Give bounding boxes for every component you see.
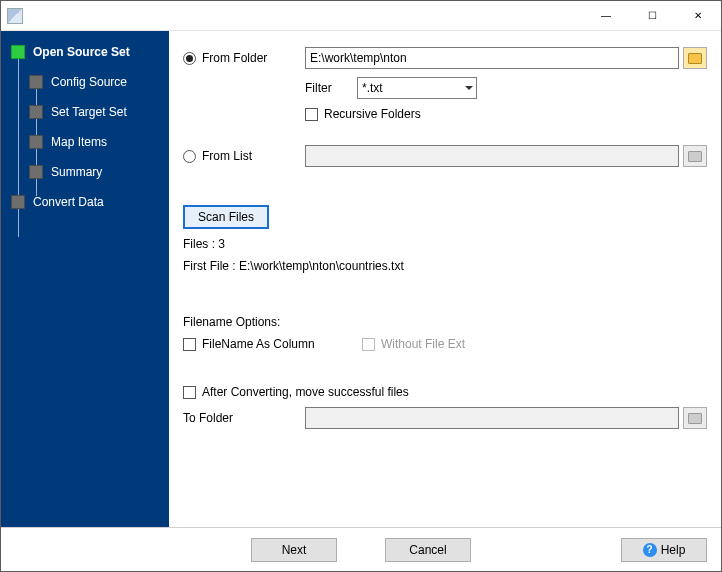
cancel-button[interactable]: Cancel <box>385 538 471 562</box>
filter-value: *.txt <box>362 81 383 95</box>
footer: Next Cancel ? Help <box>1 527 721 571</box>
chevron-down-icon <box>465 86 473 90</box>
scan-files-button[interactable]: Scan Files <box>183 205 269 229</box>
after-converting-checkbox[interactable] <box>183 386 196 399</box>
file-icon <box>688 151 702 162</box>
titlebar: — ☐ ✕ <box>1 1 721 31</box>
recursive-folders-label: Recursive Folders <box>324 107 421 121</box>
sidebar-item-label: Open Source Set <box>33 45 130 59</box>
from-list-label: From List <box>202 149 252 163</box>
recursive-folders-checkbox[interactable] <box>305 108 318 121</box>
folder-icon <box>688 413 702 424</box>
sidebar-item-open-source-set[interactable]: Open Source Set <box>1 37 169 67</box>
close-button[interactable]: ✕ <box>675 1 721 31</box>
from-list-radio[interactable] <box>183 150 196 163</box>
filter-label: Filter <box>305 81 357 95</box>
sidebar-item-label: Set Target Set <box>51 105 127 119</box>
minimize-button[interactable]: — <box>583 1 629 31</box>
to-folder-label: To Folder <box>183 411 305 425</box>
filename-as-column-label: FileName As Column <box>202 337 362 351</box>
sidebar-item-label: Summary <box>51 165 102 179</box>
sidebar-item-config-source[interactable]: Config Source <box>1 67 169 97</box>
from-folder-radio[interactable] <box>183 52 196 65</box>
sidebar-item-label: Config Source <box>51 75 127 89</box>
step-marker-icon <box>29 75 43 89</box>
app-window: — ☐ ✕ Open Source Set Config Source Set … <box>0 0 722 572</box>
maximize-button[interactable]: ☐ <box>629 1 675 31</box>
from-list-browse-button <box>683 145 707 167</box>
files-count-label: Files : 3 <box>183 237 225 251</box>
main-panel: From Folder Filter *.txt Recursive Folde… <box>169 31 721 527</box>
step-marker-icon <box>29 135 43 149</box>
to-folder-browse-button <box>683 407 707 429</box>
sidebar-item-set-target-set[interactable]: Set Target Set <box>1 97 169 127</box>
from-folder-input[interactable] <box>305 47 679 69</box>
next-button[interactable]: Next <box>251 538 337 562</box>
step-marker-icon <box>29 165 43 179</box>
folder-icon <box>688 53 702 64</box>
from-list-input <box>305 145 679 167</box>
help-button[interactable]: ? Help <box>621 538 707 562</box>
without-file-ext-label: Without File Ext <box>381 337 465 351</box>
wizard-sidebar: Open Source Set Config Source Set Target… <box>1 31 169 527</box>
after-converting-label: After Converting, move successful files <box>202 385 409 399</box>
first-file-label: First File : E:\work\temp\nton\countries… <box>183 259 404 273</box>
help-label: Help <box>661 543 686 557</box>
step-marker-icon <box>11 45 25 59</box>
sidebar-item-convert-data[interactable]: Convert Data <box>1 187 169 217</box>
help-icon: ? <box>643 543 657 557</box>
filename-as-column-checkbox[interactable] <box>183 338 196 351</box>
app-icon <box>7 8 23 24</box>
sidebar-item-label: Convert Data <box>33 195 104 209</box>
step-marker-icon <box>29 105 43 119</box>
filename-options-header: Filename Options: <box>183 315 280 329</box>
sidebar-item-label: Map Items <box>51 135 107 149</box>
to-folder-input <box>305 407 679 429</box>
step-marker-icon <box>11 195 25 209</box>
without-file-ext-checkbox <box>362 338 375 351</box>
from-folder-browse-button[interactable] <box>683 47 707 69</box>
filter-combo[interactable]: *.txt <box>357 77 477 99</box>
sidebar-item-summary[interactable]: Summary <box>1 157 169 187</box>
sidebar-item-map-items[interactable]: Map Items <box>1 127 169 157</box>
from-folder-label: From Folder <box>202 51 267 65</box>
